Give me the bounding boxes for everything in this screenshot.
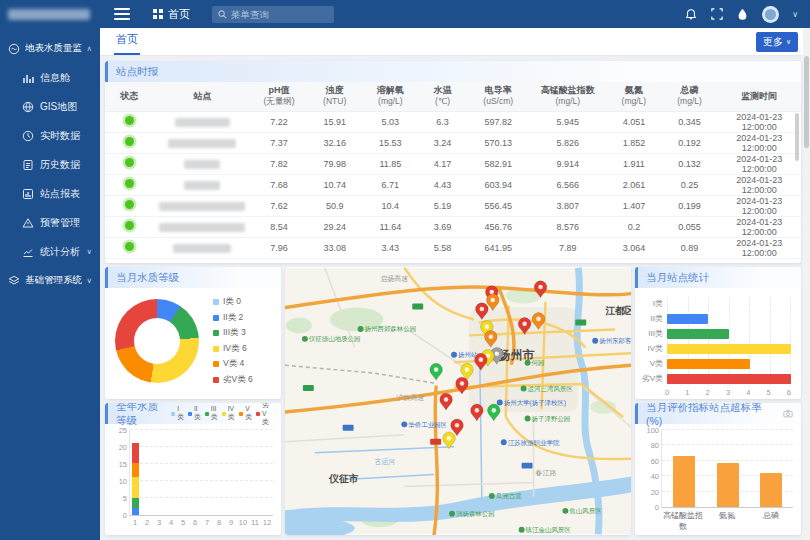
place-poi-icon [501,439,507,445]
cell-value: 2024-01-23 12:00:00 [717,237,801,258]
map-poi-green[interactable]: 运河三湾风景区 [521,385,574,393]
hbar-bar[interactable] [667,359,750,369]
x-tick-label: 9 [225,518,237,527]
park-poi-icon [449,511,455,517]
sidebar-item-label: 实时数据 [40,129,80,143]
sidebar-item-5[interactable]: 站点报表 [0,179,100,208]
hbar-category-label: III类 [641,328,667,339]
table-row[interactable]: 7.3732.1615.533.24570.135.8261.8520.1922… [105,132,801,153]
map-road-label: 启扬高速 [380,275,408,283]
y-gridline [130,446,273,447]
status-online-dot [125,158,134,167]
user-menu-chevron-down-icon[interactable]: ∨ [792,10,798,19]
table-row[interactable]: 7.2215.915.036.3597.825.9454.0510.345202… [105,111,801,132]
hbar-bar[interactable] [667,344,791,354]
cell-value: 0.25 [662,174,718,195]
station-map[interactable]: 扬州市仪征市江都区扬州西郊森林公园仪征捺山地质公园何园运河三湾风景区扬子津野公园… [285,267,631,535]
cell-value: 7.22 [251,111,307,132]
water-drop-icon[interactable] [736,8,749,21]
logo-redacted [8,9,90,20]
exceed-bar[interactable] [673,456,695,507]
hbar-bar[interactable] [667,314,708,324]
cell-value: 0.89 [662,237,718,258]
sidebar-item-2[interactable]: GIS地图 [0,92,100,121]
hbar-category-label: I类 [641,298,667,309]
x-tick-label: 2 [141,518,153,527]
map-poi-green[interactable]: 润扬森林公园 [449,510,495,518]
table-row[interactable]: 8.5429.2411.643.69456.768.5760.20.055202… [105,216,801,237]
legend-label: IV类 [228,405,236,422]
breadcrumb-home[interactable]: 首页 [152,7,190,22]
map-poi-blue[interactable]: 扬州大学(扬子津校区) [497,399,566,407]
legend-dot [213,299,219,305]
quality-donut-chart[interactable] [115,299,199,383]
exceed-bar-chart[interactable]: 020406080100 [661,430,793,508]
page-scrollbar[interactable] [803,28,810,540]
hbar-row: I类 [641,296,791,311]
map-poi-green[interactable]: 仪征捺山地质公园 [302,335,361,343]
y-gridline [130,497,273,498]
cell-value: 2024-01-23 12:00:00 [717,132,801,153]
exceed-bar[interactable] [760,473,782,507]
cell-value: 3.064 [606,237,662,258]
legend-item: IV类 6 [213,343,253,355]
hbar-row: IV类 [641,341,791,356]
legend-item: II类 [188,405,201,422]
sidebar-root-water-system[interactable]: 地表水质量监测系统 ∧ [0,34,100,63]
hbar-bar[interactable] [667,374,791,384]
save-image-icon[interactable] [783,409,793,418]
station-name-redacted [159,223,245,232]
app-logo [0,0,100,28]
cell-value: 8.576 [530,216,607,237]
page-scrollbar-thumb[interactable] [804,56,809,148]
cell-value: 2024-01-23 12:00:00 [717,111,801,132]
fullscreen-icon[interactable] [710,8,723,21]
legend-item: 劣V类 [256,403,273,427]
more-button[interactable]: 更多∨ [756,32,798,52]
sidebar-collapse-icon[interactable] [114,8,130,20]
sidebar-item-4[interactable]: 历史数据 [0,150,100,179]
stacked-bar-month-1[interactable] [132,443,139,515]
map-poi-label: 润扬森林公园 [456,510,495,518]
map-poi-green[interactable]: 镇江金山风景区 [519,526,572,534]
alarm-bell-icon[interactable] [684,8,697,21]
sidebar-item-7[interactable]: 统计分析∨ [0,237,100,266]
station-report-icon [22,188,34,200]
map-poi-blue[interactable]: 华侨工业园区 [401,421,447,429]
user-avatar[interactable] [762,6,779,23]
y-tick-label: 20 [119,443,127,452]
legend-label: III类 3 [223,327,246,339]
col-header: 浊度(NTU) [307,82,363,111]
year-stacked-chart[interactable]: 0510152025 [129,430,273,516]
cell-value: 6.566 [530,174,607,195]
menu-search[interactable] [212,6,334,23]
legend-dot [256,412,260,416]
x-tick-label: 2 [706,388,710,397]
hbar-bar[interactable] [667,329,729,339]
pin-dot [522,322,527,327]
table-row[interactable]: 7.6250.910.45.19556.453.8071.4070.199202… [105,195,801,216]
table-row[interactable]: 7.8279.9811.854.17582.919.9141.9110.1322… [105,153,801,174]
sidebar-item-1[interactable]: 信息舱 [0,63,100,92]
cell-value: 9.914 [530,153,607,174]
sidebar-root-base-system[interactable]: 基础管理系统 ∨ [0,266,100,295]
park-poi-icon [562,508,568,514]
cell-value: 456.76 [467,216,530,237]
station-hbar-chart[interactable]: I类II类III类IV类V类劣V类 [635,288,801,386]
sidebar-item-3[interactable]: 实时数据 [0,121,100,150]
exceed-bar[interactable] [717,463,739,507]
col-header: 水温(℃) [418,82,467,111]
cell-value: 7.82 [251,153,307,174]
pin-dot [455,423,460,428]
map-poi-green[interactable]: 扬州西郊森林公园 [358,325,417,333]
table-row[interactable]: 7.9633.083.435.58641.957.893.0640.892024… [105,237,801,258]
exceed-rate-panel: 当月评价指标站点超标率(%) 020406080100 高锰酸盐指数氨氮总磷 [635,403,801,535]
map-poi-blue[interactable]: 江苏旅游职业学院 [501,439,560,447]
x-tick-label: 3 [726,388,730,397]
table-row[interactable]: 7.6810.746.714.43603.946.5662.0610.25202… [105,174,801,195]
menu-search-input[interactable] [231,9,321,20]
tab-home[interactable]: 首页 [114,26,140,55]
map-poi-green[interactable]: 扬子津野公园 [525,415,571,423]
sidebar-item-6[interactable]: 预警管理 [0,208,100,237]
table-scrollbar-thumb[interactable] [795,113,799,161]
